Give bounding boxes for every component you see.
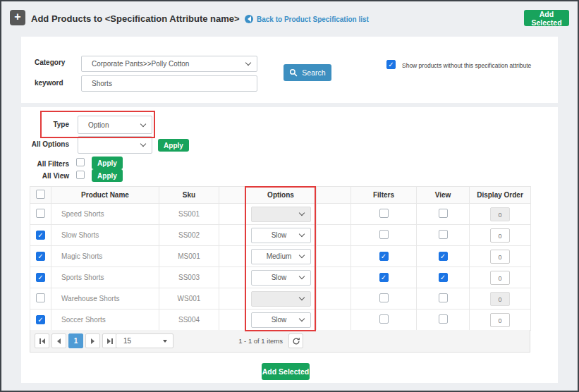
category-select[interactable]: Corporate Pants>>Polly Cotton [81, 56, 257, 72]
chevron-down-icon [140, 121, 146, 126]
pager-last-button[interactable] [102, 333, 117, 348]
page-size-value: 15 [116, 337, 163, 345]
row-select-checkbox[interactable] [36, 273, 45, 282]
options-value: Slow [252, 316, 300, 324]
add-plus-icon: + [10, 10, 25, 25]
category-value: Corporate Pants>>Polly Cotton [82, 60, 246, 68]
filters-checkbox[interactable] [379, 230, 389, 239]
view-checkbox[interactable] [439, 293, 448, 302]
display-order-input[interactable]: 0 [490, 271, 510, 285]
product-name-cell: Magic Shorts [51, 246, 159, 267]
apply-view-button[interactable]: Apply [92, 169, 123, 182]
filters-checkbox[interactable] [379, 293, 389, 302]
column-header [219, 187, 245, 204]
select-all-checkbox[interactable] [36, 190, 45, 199]
view-checkbox[interactable] [439, 314, 448, 324]
options-value: Slow [252, 231, 300, 239]
empty-cell [317, 288, 351, 310]
options-dropdown[interactable]: Slow [251, 270, 311, 286]
product-name-cell: Slow Shorts [51, 225, 159, 246]
row-select-checkbox[interactable] [36, 209, 45, 218]
options-value: Slow [252, 274, 300, 281]
add-selected-button-bottom[interactable]: Add Selected [262, 363, 310, 380]
chevron-down-icon [298, 316, 304, 321]
items-info: 1 - 1 of 1 items [193, 337, 283, 345]
keyword-input[interactable] [81, 75, 257, 92]
main-panel: Type Option All Options Apply All Filter… [21, 107, 558, 383]
search-panel: Category Corporate Pants>>Polly Cotton k… [21, 37, 558, 103]
filters-checkbox[interactable] [379, 209, 389, 218]
pager-next-button[interactable] [85, 333, 100, 348]
products-table: Product NameSkuOptionsFiltersViewDisplay… [30, 186, 530, 331]
sku-cell: SS003 [159, 267, 219, 288]
sku-cell: SS002 [159, 225, 219, 246]
all-view-checkbox[interactable] [76, 171, 85, 179]
row-select-checkbox[interactable] [36, 315, 45, 324]
filters-checkbox[interactable] [379, 314, 389, 324]
display-order-input[interactable]: 0 [490, 228, 510, 243]
options-dropdown[interactable] [251, 291, 311, 307]
empty-cell [317, 246, 351, 267]
all-view-label: All View [21, 172, 69, 180]
chevron-down-icon [298, 252, 304, 258]
view-checkbox[interactable] [439, 252, 448, 261]
row-select-checkbox[interactable] [36, 293, 45, 302]
empty-cell [317, 204, 351, 225]
empty-cell [317, 225, 351, 246]
column-header: Display Order [470, 187, 531, 204]
search-icon [289, 68, 298, 77]
display-order-input[interactable]: 0 [490, 313, 510, 327]
empty-cell [219, 310, 245, 331]
pagination-bar: 1 15 1 - 1 of 1 items [30, 330, 530, 353]
table-row: Warehouse Shorts WS001 0 [30, 288, 531, 310]
type-select[interactable]: Option [78, 116, 152, 134]
row-select-checkbox[interactable] [36, 252, 45, 261]
display-order-input[interactable]: 0 [490, 292, 510, 306]
view-checkbox[interactable] [439, 230, 448, 239]
window: + Add Products to <Specification Attribu… [0, 0, 579, 392]
refresh-button[interactable] [288, 333, 303, 348]
chevron-down-icon [245, 60, 251, 66]
column-header: Options [245, 187, 317, 204]
back-arrow-icon [245, 15, 253, 23]
add-selected-button-top[interactable]: Add Selected [524, 10, 569, 26]
display-order-input[interactable]: 0 [490, 207, 510, 221]
page-size-select[interactable]: 15 [116, 333, 173, 348]
options-dropdown[interactable]: Medium [251, 249, 311, 264]
filters-checkbox[interactable] [379, 273, 389, 282]
search-button[interactable]: Search [284, 64, 331, 81]
back-to-list-link[interactable]: Back to Product Specification list [245, 15, 369, 23]
product-name-cell: Speed Shorts [51, 204, 159, 225]
table-row: Magic Shorts MS001 Medium 0 [30, 246, 531, 267]
all-options-select[interactable] [78, 136, 152, 154]
options-value: Medium [252, 252, 300, 260]
show-products-checkbox[interactable] [386, 60, 396, 69]
page-title: Add Products to <Specification Attribute… [31, 13, 240, 24]
options-dropdown[interactable]: Slow [251, 312, 311, 328]
empty-cell [219, 204, 245, 225]
options-dropdown[interactable] [251, 207, 311, 222]
column-header: View [417, 187, 470, 204]
pager-first-button[interactable] [35, 333, 49, 348]
filters-checkbox[interactable] [379, 252, 389, 261]
options-dropdown[interactable]: Slow [251, 228, 311, 243]
view-checkbox[interactable] [439, 273, 448, 282]
pager-page-button[interactable]: 1 [68, 333, 83, 348]
sku-cell: SS001 [159, 204, 219, 225]
sku-cell: WS001 [159, 288, 219, 310]
type-label: Type [21, 121, 69, 128]
category-label: Category [35, 59, 65, 66]
product-name-cell: Soccer Shorts [51, 310, 159, 331]
apply-options-button[interactable]: Apply [158, 139, 189, 152]
empty-cell [317, 310, 351, 331]
row-select-checkbox[interactable] [36, 231, 45, 240]
empty-cell [219, 267, 245, 288]
display-order-input[interactable]: 0 [490, 250, 510, 264]
apply-filters-button[interactable]: Apply [92, 157, 123, 169]
sku-cell: MS001 [159, 246, 219, 267]
empty-cell [219, 246, 245, 267]
pager-prev-button[interactable] [51, 333, 66, 348]
all-filters-checkbox[interactable] [76, 158, 85, 166]
view-checkbox[interactable] [439, 209, 448, 218]
search-button-label: Search [302, 68, 325, 77]
